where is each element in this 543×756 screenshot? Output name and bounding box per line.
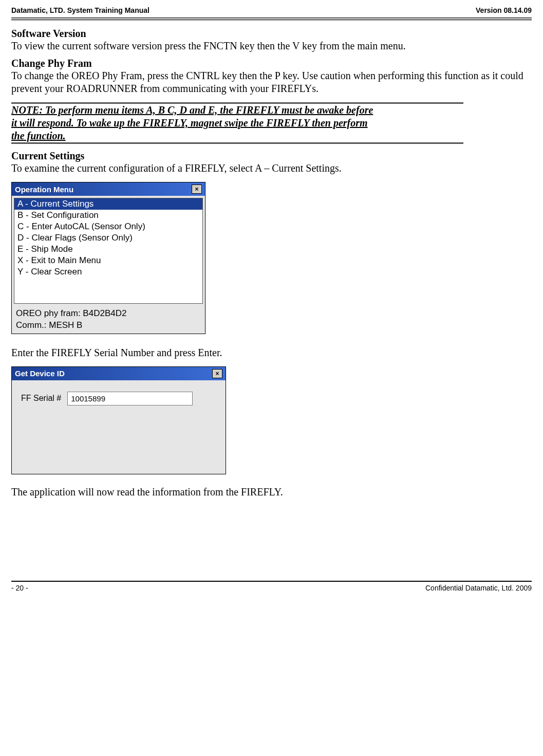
serial-input[interactable]: 10015899 xyxy=(67,392,193,405)
header-rule xyxy=(11,17,532,21)
page-footer: - 20 - Confidential Datamatic, Ltd. 2009 xyxy=(11,582,532,596)
operation-menu-body: A - Current Settings B - Set Configurati… xyxy=(12,198,205,334)
text-read-info: The application will now read the inform… xyxy=(11,486,532,499)
text-change-phy-fram: To change the OREO Phy Fram, press the C… xyxy=(11,69,532,95)
note-line-2: it will respond. To wake up the FIREFLY,… xyxy=(11,117,463,130)
header-right: Version 08.14.09 xyxy=(476,6,532,14)
close-button[interactable]: × xyxy=(192,185,202,194)
serial-row: FF Serial # 10015899 xyxy=(21,392,216,405)
menu-item-e-ship-mode[interactable]: E - Ship Mode xyxy=(14,244,202,255)
status-comm: Comm.: MESH B xyxy=(16,320,201,331)
close-button[interactable]: × xyxy=(212,369,222,378)
operation-menu-title: Operation Menu xyxy=(15,185,73,194)
menu-item-x-exit-main-menu[interactable]: X - Exit to Main Menu xyxy=(14,255,202,266)
menu-item-b-set-configuration[interactable]: B - Set Configuration xyxy=(14,210,202,221)
note-bottom-rule xyxy=(11,142,463,144)
text-current-settings: To examine the current configuration of … xyxy=(11,162,532,175)
operation-menu-status: OREO phy fram: B4D2B4D2 Comm.: MESH B xyxy=(12,306,205,334)
close-icon: × xyxy=(195,186,198,192)
text-software-version: To view the current software version pre… xyxy=(11,40,532,52)
heading-current-settings: Current Settings xyxy=(11,150,532,162)
get-device-id-title: Get Device ID xyxy=(15,369,65,378)
menu-item-c-enter-autocal[interactable]: C - Enter AutoCAL (Sensor Only) xyxy=(14,221,202,232)
footer-confidential: Confidential Datamatic, Ltd. 2009 xyxy=(425,584,532,592)
operation-menu-list[interactable]: A - Current Settings B - Set Configurati… xyxy=(14,198,203,304)
heading-change-phy-fram: Change Phy Fram xyxy=(11,58,532,69)
menu-item-d-clear-flags[interactable]: D - Clear Flags (Sensor Only) xyxy=(14,232,202,244)
get-device-id-titlebar[interactable]: Get Device ID × xyxy=(12,367,226,380)
close-icon: × xyxy=(215,371,219,377)
footer-page-number: - 20 - xyxy=(11,584,28,592)
operation-menu-dialog: Operation Menu × A - Current Settings B … xyxy=(11,182,205,334)
get-device-id-dialog: Get Device ID × FF Serial # 10015899 xyxy=(11,366,226,474)
status-oreo-phy-fram: OREO phy fram: B4D2B4D2 xyxy=(16,308,201,320)
heading-software-version: Software Version xyxy=(11,28,532,40)
menu-item-a-current-settings[interactable]: A - Current Settings xyxy=(14,198,202,210)
note-line-1: NOTE: To perform menu items A, B C, D an… xyxy=(11,104,463,117)
serial-label: FF Serial # xyxy=(21,394,61,403)
menu-item-y-clear-screen[interactable]: Y - Clear Screen xyxy=(14,266,202,278)
page-header: Datamatic, LTD. System Training Manual V… xyxy=(11,5,532,17)
get-device-id-body: FF Serial # 10015899 xyxy=(12,380,226,474)
header-left: Datamatic, LTD. System Training Manual xyxy=(11,6,149,14)
menu-list-spacer xyxy=(14,278,202,303)
text-enter-serial: Enter the FIREFLY Serial Number and pres… xyxy=(11,346,532,359)
note-line-3: the function. xyxy=(11,130,463,142)
operation-menu-titlebar[interactable]: Operation Menu × xyxy=(12,182,205,196)
